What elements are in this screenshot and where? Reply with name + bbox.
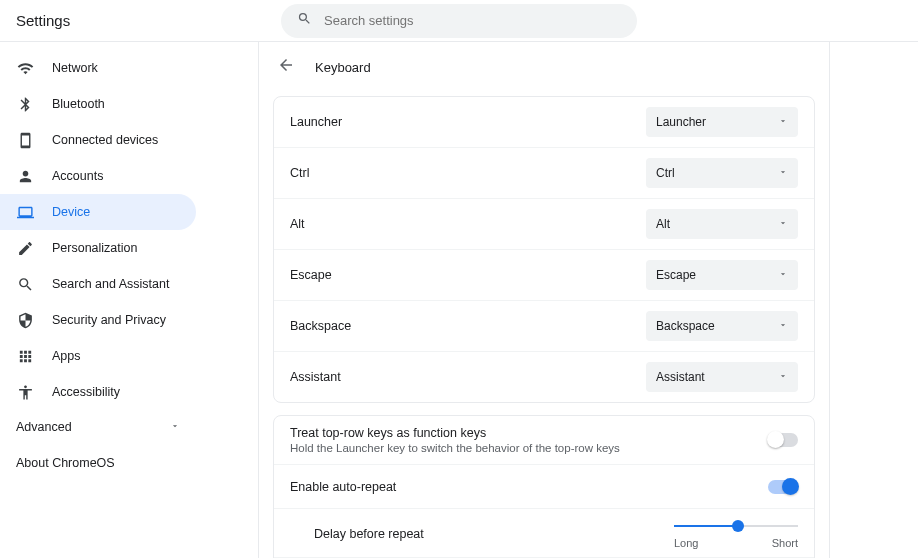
keymap-label: Launcher <box>290 115 342 129</box>
sidebar-item-security[interactable]: Security and Privacy <box>0 302 196 338</box>
bluetooth-icon <box>16 95 34 113</box>
chevron-down-icon <box>778 217 788 231</box>
sidebar-item-label: Accounts <box>52 169 103 183</box>
delay-right-label: Short <box>772 537 798 549</box>
sidebar-item-personalization[interactable]: Personalization <box>0 230 196 266</box>
select-value: Assistant <box>656 370 705 384</box>
page-title: Settings <box>16 12 70 29</box>
keymap-select[interactable]: Ctrl <box>646 158 798 188</box>
sidebar-item-network[interactable]: Network <box>0 50 196 86</box>
sidebar-item-device[interactable]: Device <box>0 194 196 230</box>
sidebar-item-label: Bluetooth <box>52 97 105 111</box>
delay-left-label: Long <box>674 537 698 549</box>
keymap-row: Assistant Assistant <box>274 351 814 402</box>
keymap-row: Escape Escape <box>274 249 814 300</box>
keymap-label: Backspace <box>290 319 351 333</box>
person-icon <box>16 167 34 185</box>
keymap-row: Backspace Backspace <box>274 300 814 351</box>
keymap-select[interactable]: Escape <box>646 260 798 290</box>
search-icon <box>16 275 34 293</box>
select-value: Ctrl <box>656 166 675 180</box>
sidebar-item-label: Search and Assistant <box>52 277 169 291</box>
sidebar-about[interactable]: About ChromeOS <box>0 444 196 482</box>
keymap-select[interactable]: Backspace <box>646 311 798 341</box>
sidebar-item-label: Connected devices <box>52 133 158 147</box>
select-value: Escape <box>656 268 696 282</box>
main-panel: Keyboard Launcher Launcher Ctrl Ctrl Alt… <box>258 42 830 558</box>
sidebar-item-accounts[interactable]: Accounts <box>0 158 196 194</box>
sidebar-item-search[interactable]: Search and Assistant <box>0 266 196 302</box>
sidebar-item-accessibility[interactable]: Accessibility <box>0 374 196 410</box>
apps-icon <box>16 347 34 365</box>
search-input[interactable] <box>324 13 621 28</box>
sidebar-item-connected[interactable]: Connected devices <box>0 122 196 158</box>
chevron-down-icon <box>778 319 788 333</box>
toprow-label: Treat top-row keys as function keys <box>290 426 620 440</box>
toprow-toggle[interactable] <box>768 433 798 447</box>
autorepeat-toggle[interactable] <box>768 480 798 494</box>
keymap-row: Alt Alt <box>274 198 814 249</box>
keymap-label: Ctrl <box>290 166 309 180</box>
delay-slider[interactable] <box>674 519 798 533</box>
keymap-label: Assistant <box>290 370 341 384</box>
advanced-label: Advanced <box>16 420 72 434</box>
wifi-icon <box>16 59 34 77</box>
keymap-select[interactable]: Alt <box>646 209 798 239</box>
chevron-down-icon <box>778 115 788 129</box>
select-value: Alt <box>656 217 670 231</box>
select-value: Launcher <box>656 115 706 129</box>
keymap-select[interactable]: Assistant <box>646 362 798 392</box>
back-button[interactable] <box>277 56 295 78</box>
sidebar-advanced[interactable]: Advanced <box>0 410 196 444</box>
options-card: Treat top-row keys as function keys Hold… <box>273 415 815 558</box>
search-icon <box>297 11 312 30</box>
shield-icon <box>16 311 34 329</box>
keymap-label: Alt <box>290 217 305 231</box>
chevron-down-icon <box>170 420 180 434</box>
keymap-row: Launcher Launcher <box>274 97 814 147</box>
sidebar-item-bluetooth[interactable]: Bluetooth <box>0 86 196 122</box>
keymap-card: Launcher Launcher Ctrl Ctrl Alt Alt Esca… <box>273 96 815 403</box>
keymap-select[interactable]: Launcher <box>646 107 798 137</box>
delay-label: Delay before repeat <box>314 527 424 541</box>
sidebar-item-label: Device <box>52 205 90 219</box>
sidebar-item-label: Network <box>52 61 98 75</box>
keymap-row: Ctrl Ctrl <box>274 147 814 198</box>
sidebar: Network Bluetooth Connected devices Acco… <box>0 42 196 558</box>
sidebar-item-label: Apps <box>52 349 81 363</box>
subpage-title: Keyboard <box>315 60 371 75</box>
chevron-down-icon <box>778 166 788 180</box>
keymap-label: Escape <box>290 268 332 282</box>
chevron-down-icon <box>778 268 788 282</box>
edit-icon <box>16 239 34 257</box>
autorepeat-label: Enable auto-repeat <box>290 480 396 494</box>
accessibility-icon <box>16 383 34 401</box>
laptop-icon <box>16 203 34 221</box>
select-value: Backspace <box>656 319 715 333</box>
sidebar-item-apps[interactable]: Apps <box>0 338 196 374</box>
sidebar-item-label: Accessibility <box>52 385 120 399</box>
search-box[interactable] <box>281 4 637 38</box>
toprow-sublabel: Hold the Launcher key to switch the beha… <box>290 442 620 454</box>
sidebar-item-label: Security and Privacy <box>52 313 166 327</box>
sidebar-item-label: Personalization <box>52 241 137 255</box>
phone-icon <box>16 131 34 149</box>
chevron-down-icon <box>778 370 788 384</box>
